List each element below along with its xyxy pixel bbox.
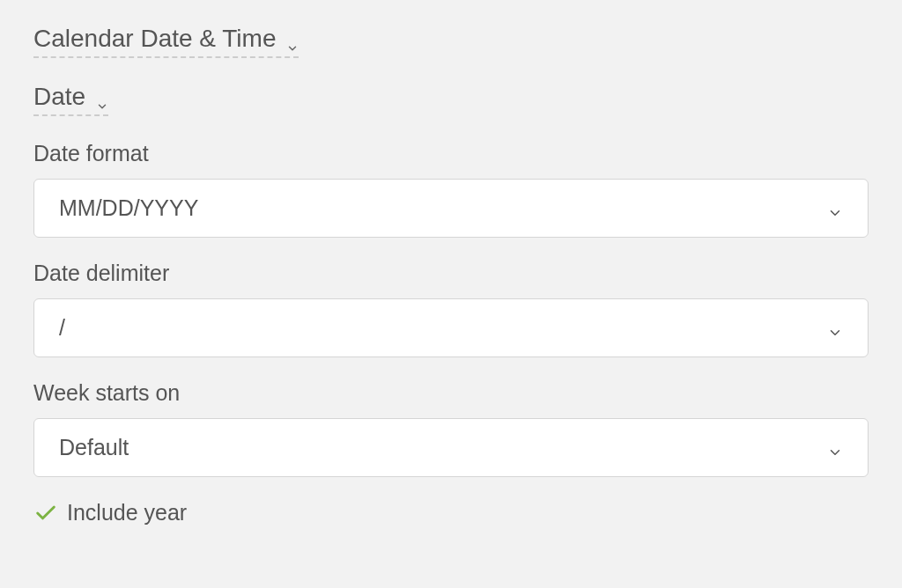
chevron-down-icon	[286, 33, 299, 45]
checkbox-include-year[interactable]: Include year	[33, 500, 869, 526]
select-value: MM/DD/YYYY	[59, 195, 198, 221]
select-week-starts[interactable]: Default	[33, 418, 869, 477]
checkbox-label: Include year	[67, 500, 187, 526]
chevron-down-icon	[96, 91, 108, 103]
select-date-delimiter[interactable]: /	[33, 298, 869, 357]
chevron-down-icon	[827, 440, 843, 456]
section-header-label: Date	[33, 83, 85, 111]
section-header-calendar[interactable]: Calendar Date & Time	[33, 25, 299, 58]
field-group-date-format: Date format MM/DD/YYYY	[33, 141, 869, 238]
field-label-week-starts: Week starts on	[33, 380, 869, 406]
chevron-down-icon	[827, 320, 843, 336]
field-group-date-delimiter: Date delimiter /	[33, 261, 869, 357]
select-value: Default	[59, 435, 129, 460]
field-label-date-format: Date format	[33, 141, 869, 166]
section-header-label: Calendar Date & Time	[33, 25, 276, 53]
field-group-week-starts: Week starts on Default	[33, 380, 869, 477]
field-label-date-delimiter: Date delimiter	[33, 261, 869, 286]
check-icon	[33, 501, 58, 526]
chevron-down-icon	[827, 201, 843, 217]
section-header-date[interactable]: Date	[33, 83, 108, 116]
select-value: /	[59, 315, 65, 341]
select-date-format[interactable]: MM/DD/YYYY	[33, 179, 869, 238]
